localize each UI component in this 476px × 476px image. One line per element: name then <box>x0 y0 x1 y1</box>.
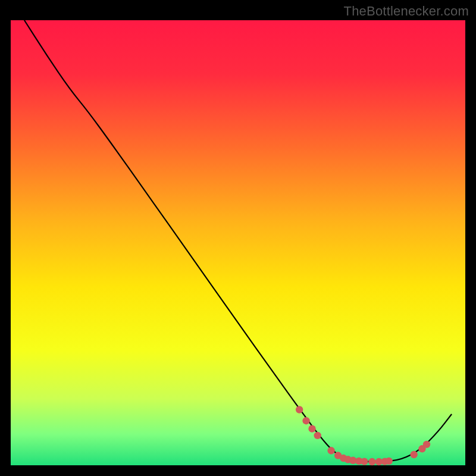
marker-dot <box>327 447 334 454</box>
marker-dot <box>308 425 315 432</box>
plot-background <box>11 20 465 465</box>
chart-container: TheBottlenecker.com <box>0 0 476 476</box>
chart-svg <box>0 0 476 476</box>
marker-dot <box>302 417 309 424</box>
watermark-text: TheBottlenecker.com <box>344 4 469 19</box>
marker-dot <box>368 458 375 465</box>
marker-dot <box>361 458 368 465</box>
marker-dot <box>296 406 303 413</box>
marker-dot <box>385 458 392 465</box>
marker-dot <box>314 432 321 439</box>
marker-dot <box>410 451 417 458</box>
marker-dot <box>423 441 430 448</box>
